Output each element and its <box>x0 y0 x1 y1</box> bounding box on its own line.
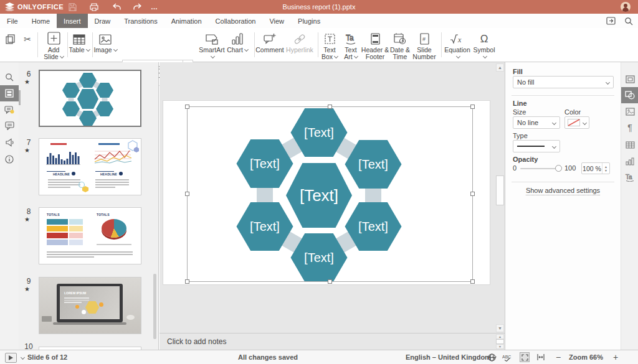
header-footer-icon <box>360 31 390 45</box>
undo-button[interactable] <box>112 2 122 12</box>
svg-text:x: x <box>457 35 462 44</box>
app-logo: ONLYOFFICE <box>0 2 64 11</box>
slide-6-thumbnail[interactable] <box>39 70 141 127</box>
notes-scrollbar-thumb[interactable] <box>496 339 504 344</box>
panel-splitter[interactable] <box>19 90 21 105</box>
notes-placeholder[interactable]: Click to add notes <box>167 337 226 346</box>
start-slideshow-button[interactable] <box>5 353 17 363</box>
user-avatar[interactable] <box>621 2 631 12</box>
chart-settings-icon[interactable] <box>621 153 638 169</box>
fit-to-width-button[interactable] <box>536 352 546 362</box>
table-settings-icon[interactable] <box>621 137 638 153</box>
comment-icon <box>255 31 284 45</box>
resize-handle-e[interactable] <box>470 192 475 196</box>
opacity-max: 100 <box>564 164 576 172</box>
open-file-location-icon[interactable] <box>606 17 616 25</box>
language-selector[interactable]: English – United Kingdom <box>406 353 496 361</box>
paragraph-settings-icon[interactable]: ¶ <box>621 119 638 136</box>
resize-handle-w[interactable] <box>185 192 189 196</box>
more-actions-button[interactable]: … <box>150 2 160 12</box>
search-icon[interactable] <box>624 17 633 26</box>
opacity-slider[interactable] <box>520 168 559 169</box>
status-bar: Slide 6 of 12 All changes saved English … <box>0 350 638 364</box>
print-button[interactable] <box>89 2 99 12</box>
resize-handle-s[interactable] <box>328 279 332 284</box>
smartart-button[interactable]: SmartArt <box>197 31 227 60</box>
slide-9-thumbnail[interactable]: LOREM IPSUM <box>39 277 141 334</box>
line-style-preview <box>517 146 545 147</box>
text-box-button[interactable]: Text Box <box>319 31 340 60</box>
main-area: 6 ★ 7 ★ <box>0 62 638 350</box>
tab-home[interactable]: Home <box>25 14 57 28</box>
notes-area[interactable]: Click to add notes ▲ ▼ <box>160 333 505 350</box>
cut-icon[interactable]: ✂ <box>21 33 34 45</box>
left-rail <box>0 62 19 350</box>
image-button[interactable]: Image <box>93 31 118 54</box>
advanced-settings-link[interactable]: Show advanced settings <box>505 187 621 194</box>
shape-settings-icon[interactable] <box>621 87 638 103</box>
spinner-arrows-icon[interactable]: ▲▼ <box>602 163 609 174</box>
tab-transitions[interactable]: Transitions <box>117 14 164 28</box>
tab-view[interactable]: View <box>262 14 291 28</box>
comments-panel-icon[interactable] <box>0 101 19 118</box>
slides-panel-icon[interactable] <box>0 85 19 101</box>
about-icon[interactable] <box>0 151 19 167</box>
feedback-icon[interactable] <box>0 134 19 151</box>
equation-button[interactable]: x Equation <box>444 31 471 60</box>
image-settings-icon[interactable] <box>621 103 638 119</box>
tab-file[interactable]: File <box>0 14 25 28</box>
scrollbar-thumb[interactable] <box>496 175 504 205</box>
scroll-down-icon[interactable]: ▼ <box>496 324 504 332</box>
header-footer-button[interactable]: Header & Footer <box>360 31 390 60</box>
slide-editing-surface[interactable]: [Text] [Text] [Text] [Text] [Text] [Text… <box>163 101 490 284</box>
tab-insert[interactable]: Insert <box>57 14 88 28</box>
add-slide-button[interactable]: Add Slide <box>40 31 67 60</box>
tab-animation[interactable]: Animation <box>164 14 209 28</box>
animation-star-icon: ★ <box>24 217 30 223</box>
zoom-in-button[interactable]: + <box>611 352 621 362</box>
tab-plugins[interactable]: Plugins <box>291 14 327 28</box>
thumbnails-scrollbar[interactable] <box>153 274 156 339</box>
date-time-button[interactable]: Date & Time <box>389 31 411 60</box>
tab-draw[interactable]: Draw <box>88 14 118 28</box>
resize-handle-se[interactable] <box>470 279 475 284</box>
slide-number-button[interactable]: # Slide Number <box>411 31 437 60</box>
resize-handle-n[interactable] <box>328 105 332 109</box>
slideshow-options-icon[interactable] <box>21 355 25 360</box>
chat-panel-icon[interactable] <box>0 118 19 134</box>
resize-handle-ne[interactable] <box>470 105 475 109</box>
symbol-button[interactable]: Ω Symbol <box>472 31 497 60</box>
text-art-button[interactable]: Ta Text Art <box>341 31 361 60</box>
tab-collaboration[interactable]: Collaboration <box>209 14 263 28</box>
scroll-up-icon[interactable]: ▲ <box>496 63 504 72</box>
slide-8-thumbnail[interactable]: TOTALS TOTALS <box>39 207 141 264</box>
textart-settings-icon[interactable]: Ta <box>621 169 638 185</box>
save-button[interactable] <box>67 2 77 12</box>
line-size-select[interactable]: No line <box>513 116 560 129</box>
chart-button[interactable]: Chart <box>226 31 249 54</box>
resize-handle-nw[interactable] <box>185 105 189 109</box>
notes-scroll-down-icon[interactable]: ▼ <box>496 344 504 349</box>
resize-handle-sw[interactable] <box>185 279 189 284</box>
search-panel-icon[interactable] <box>0 69 19 85</box>
slide-settings-icon[interactable] <box>621 71 638 87</box>
fill-select[interactable]: No fill <box>513 76 614 88</box>
notes-scroll-up-icon[interactable]: ▲ <box>496 334 504 339</box>
line-color-select[interactable] <box>564 116 589 129</box>
spellcheck-icon[interactable]: ABC <box>502 353 512 362</box>
canvas-vertical-scrollbar[interactable]: ▲ ▼ <box>496 63 504 332</box>
set-language-icon[interactable] <box>488 353 496 362</box>
save-status: All changes saved <box>206 353 330 361</box>
fit-to-slide-button[interactable] <box>520 352 530 362</box>
zoom-out-button[interactable]: − <box>553 352 563 362</box>
comment-button[interactable]: Comment <box>255 31 284 54</box>
animation-star-icon: ★ <box>24 147 30 154</box>
copy-icon[interactable] <box>4 33 16 45</box>
slide-7-thumbnail[interactable]: HEADLINE HEADLINE <box>39 138 141 195</box>
table-button[interactable]: Table <box>67 31 91 54</box>
line-type-select[interactable] <box>513 140 560 152</box>
redo-button[interactable] <box>132 2 142 12</box>
opacity-slider-handle[interactable] <box>555 165 562 172</box>
slide-6-number: 6 <box>24 70 34 78</box>
opacity-spinbox[interactable]: 100 % ▲▼ <box>581 162 610 174</box>
